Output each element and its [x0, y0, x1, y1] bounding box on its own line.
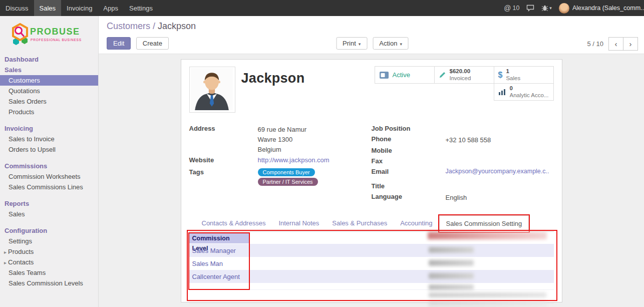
action-dropdown-button[interactable]: Action▾	[373, 37, 409, 50]
sidebar-section-invoicing[interactable]: Invoicing	[0, 123, 98, 134]
invoiced-stat-button[interactable]: $620.00 Invoiced	[434, 66, 494, 84]
messages-button[interactable]	[526, 5, 534, 12]
sidebar-item-sales-commission-levels[interactable]: Sales Commission Levels	[0, 278, 98, 288]
tab-accounting[interactable]: Accounting	[394, 215, 439, 232]
sidebar-item-settings[interactable]: Settings	[0, 236, 98, 246]
email-field: Email Jackpson@yourcompany.example.c..	[372, 168, 554, 177]
sheet-header: Jackpson Active $620.00 Invoiced	[189, 67, 554, 113]
table-row[interactable]: Sales Man	[189, 257, 554, 270]
table-row[interactable]: Callcenter Agent	[189, 270, 554, 283]
language-label: Language	[372, 193, 446, 203]
website-link[interactable]: http://www.jackpson.com	[258, 156, 330, 165]
edit-button[interactable]: Edit	[107, 37, 131, 50]
control-panel: Customers/Jackpson Edit Create Print▾ Ac…	[99, 16, 644, 54]
sidebar-item-quotations[interactable]: Quotations	[0, 86, 98, 96]
pager-previous-button[interactable]: ‹	[608, 37, 623, 51]
pager-next-button[interactable]: ›	[623, 37, 638, 51]
sidebar-item-sales-to-invoice[interactable]: Sales to Invoice	[0, 134, 98, 144]
sidebar-section-sales[interactable]: Sales	[0, 65, 98, 75]
chart-bars-icon	[498, 89, 506, 96]
fax-label: Fax	[372, 157, 446, 166]
breadcrumb: Customers/Jackpson	[99, 16, 644, 32]
commission-level-column-header[interactable]: Commission Level	[189, 233, 249, 243]
table-row[interactable]: Sales Manager	[189, 244, 554, 257]
menu-discuss[interactable]: Discuss	[0, 0, 34, 16]
chat-bubble-icon	[526, 5, 534, 12]
control-buttons-row: Edit Create Print▾ Action▾ 5 / 10 ‹ ›	[107, 37, 638, 51]
email-link[interactable]: Jackpson@yourcompany.example.c..	[446, 168, 549, 177]
job-position-label: Job Position	[372, 125, 446, 134]
right-field-column: Job Position Phone +32 10 588 558 Mobile…	[372, 125, 554, 204]
sidebar-nav: Dashboard Sales Customers Quotations Sal…	[0, 54, 98, 288]
user-avatar	[559, 3, 569, 14]
breadcrumb-customers-link[interactable]: Customers	[107, 21, 150, 31]
address-label: Address	[189, 125, 258, 155]
sidebar-item-commission-worksheets[interactable]: Commission Worksheets	[0, 171, 98, 182]
sidebar-section-configuration[interactable]: Configuration	[0, 225, 98, 236]
sidebar-item-customers[interactable]: Customers	[0, 75, 98, 86]
tab-internal-notes[interactable]: Internal Notes	[272, 215, 326, 232]
chevron-down-icon: ▾	[359, 42, 361, 47]
mention-count: 10	[512, 5, 519, 12]
sidebar-item-label: Contacts	[8, 258, 34, 266]
sidebar-item-sales-teams[interactable]: Sales Teams	[0, 267, 98, 278]
address-line1: 69 rue de Namur	[258, 125, 307, 135]
commission-level-cell: Callcenter Agent	[189, 273, 249, 280]
print-label: Print	[343, 40, 356, 47]
page-title: Jackpson	[241, 71, 305, 113]
pencil-icon	[439, 71, 446, 79]
chevron-down-icon: ▾	[549, 6, 552, 11]
menu-sales[interactable]: Sales	[34, 0, 62, 16]
tab-sales-commission-setting[interactable]: Sales Commission Setting	[439, 215, 529, 232]
action-buttons: Print▾ Action▾	[336, 37, 409, 50]
probuse-logo: PROBUSE PROFESSIONAL BUSINESS	[0, 16, 98, 52]
menu-invoicing[interactable]: Invoicing	[61, 0, 98, 16]
topbar-right: @ 10 ▾ Alexandra (Sales_comm..	[500, 0, 644, 16]
analytic-stat-button[interactable]: 0 Analytic Acco...	[494, 83, 554, 101]
website-label: Website	[189, 156, 258, 165]
menu-settings[interactable]: Settings	[124, 0, 158, 16]
active-stat-button[interactable]: Active	[375, 66, 435, 84]
sidebar-section-commissions[interactable]: Commissions	[0, 161, 98, 171]
sidebar-item-config-contacts[interactable]: ▸Contacts	[0, 257, 98, 267]
address-field: Address 69 rue de Namur Wavre 1300 Belgi…	[189, 125, 372, 155]
breadcrumb-current: Jackpson	[158, 21, 196, 31]
mention-counter[interactable]: @ 10	[504, 4, 519, 12]
tab-sales-purchases[interactable]: Sales & Purchases	[326, 215, 394, 232]
toggle-icon	[379, 71, 389, 79]
print-dropdown-button[interactable]: Print▾	[336, 37, 367, 50]
fax-field: Fax	[372, 157, 554, 166]
analytic-label: Analytic Acco...	[510, 92, 549, 99]
address-line2: Wavre 1300	[258, 135, 307, 145]
field-groups: Address 69 rue de Namur Wavre 1300 Belgi…	[189, 125, 554, 204]
sales-stat-button[interactable]: $ 1 Sales	[494, 66, 554, 84]
job-position-field: Job Position	[372, 125, 554, 134]
breadcrumb-separator: /	[153, 21, 155, 31]
analytic-value: 0	[510, 85, 549, 92]
redacted-column-header-blur	[428, 232, 547, 239]
commission-level-cell: Sales Manager	[189, 247, 249, 254]
language-field: Language English	[372, 193, 554, 203]
sidebar-item-dashboard[interactable]: Dashboard	[0, 54, 98, 65]
sidebar-item-sales-orders[interactable]: Sales Orders	[0, 96, 98, 107]
sidebar-section-reports[interactable]: Reports	[0, 198, 98, 209]
debug-menu-button[interactable]: ▾	[541, 5, 552, 11]
create-button[interactable]: Create	[136, 37, 169, 50]
menu-apps[interactable]: Apps	[98, 0, 124, 16]
sidebar-item-sales-commissions-lines[interactable]: Sales Commissions Lines	[0, 182, 98, 192]
user-menu[interactable]: Alexandra (Sales_comm..	[559, 3, 644, 14]
sales-count-value: 1	[506, 68, 520, 75]
tab-contacts-addresses[interactable]: Contacts & Addresses	[195, 215, 272, 232]
notebook-tabs: Contacts & Addresses Internal Notes Sale…	[189, 215, 554, 232]
address-line3: Belgium	[258, 145, 307, 155]
email-label: Email	[372, 168, 446, 177]
sidebar-item-products[interactable]: Products	[0, 107, 98, 117]
main-area: Customers/Jackpson Edit Create Print▾ Ac…	[99, 16, 644, 307]
sidebar-item-orders-to-upsell[interactable]: Orders to Upsell	[0, 144, 98, 155]
magnifier-icon	[16, 28, 22, 34]
chevron-right-icon: ▸	[4, 249, 7, 255]
redacted-cell-blur	[429, 301, 546, 305]
sidebar-item-config-products[interactable]: ▸Products	[0, 246, 98, 257]
sidebar-item-reports-sales[interactable]: Sales	[0, 209, 98, 219]
active-stat-label: Active	[393, 71, 410, 79]
